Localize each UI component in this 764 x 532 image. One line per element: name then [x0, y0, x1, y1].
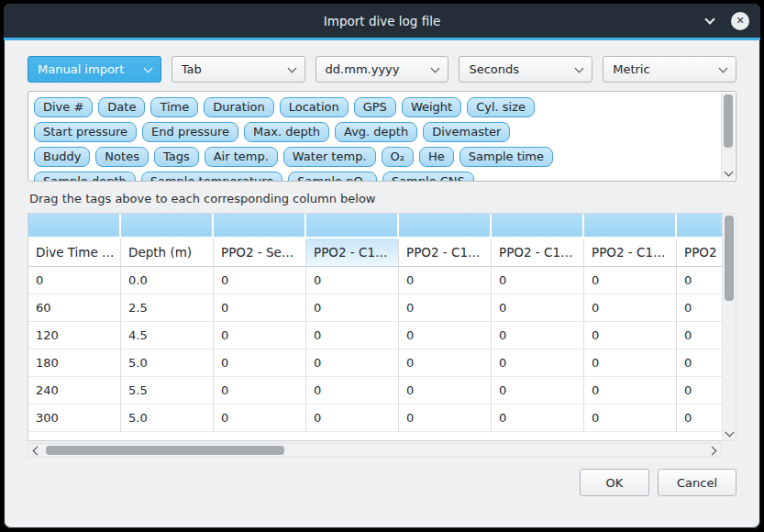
table-cell: 0: [399, 405, 492, 432]
preview-table-area: Dive Time …Depth (m)PPO2 - Se…PPO2 - C1……: [28, 213, 736, 441]
tag-avg-depth[interactable]: Avg. depth: [335, 122, 417, 142]
table-row: 1805.0000000: [28, 349, 722, 377]
duration-format-value: Seconds: [469, 62, 569, 76]
tag-dive[interactable]: Dive #: [34, 97, 93, 117]
scrollbar-thumb[interactable]: [724, 94, 733, 148]
table-cell: 0: [677, 267, 722, 294]
tag-date[interactable]: Date: [98, 97, 145, 117]
import-type-select[interactable]: Manual import: [28, 56, 161, 83]
field-separator-value: Tab: [182, 62, 282, 76]
column-header[interactable]: PPO2: [677, 238, 722, 267]
dialog-buttons: OK Cancel: [28, 469, 736, 496]
table-cell: 0: [677, 405, 722, 432]
tag-sample-time[interactable]: Sample time: [460, 147, 553, 167]
scrollbar-thumb[interactable]: [725, 216, 734, 301]
tag-sample-cns[interactable]: Sample CNS: [382, 172, 474, 183]
column-header[interactable]: Depth (m): [121, 238, 214, 267]
chevron-left-icon: [33, 446, 42, 455]
scroll-down-button[interactable]: [723, 427, 736, 440]
table-row: 602.5000000: [28, 294, 722, 322]
tag-location[interactable]: Location: [280, 97, 349, 117]
cancel-button[interactable]: Cancel: [658, 469, 736, 496]
table-cell: 240: [28, 377, 121, 405]
table-cell: 0: [584, 322, 677, 349]
scroll-left-button[interactable]: [28, 444, 43, 457]
tag-divemaster[interactable]: Divemaster: [423, 122, 510, 142]
drop-target-cell[interactable]: [28, 214, 121, 238]
duration-format-select[interactable]: Seconds: [459, 56, 592, 83]
tag-he[interactable]: He: [419, 147, 454, 167]
drop-target-cell[interactable]: [584, 214, 677, 238]
table-cell: 180: [28, 349, 121, 377]
column-header[interactable]: PPO2 - C1…: [399, 238, 492, 267]
table-cell: 2.5: [121, 294, 214, 322]
scroll-down-button[interactable]: [722, 166, 735, 180]
table-cell: 0: [214, 322, 306, 349]
drop-target-cell[interactable]: [121, 214, 214, 238]
table-cell: 60: [28, 294, 121, 322]
table-cell: 0: [28, 267, 121, 294]
table-cell: 0: [399, 322, 492, 349]
table-cell: 0: [399, 267, 492, 294]
tag-start-pressure[interactable]: Start pressure: [34, 122, 137, 142]
units-select[interactable]: Metric: [603, 56, 736, 83]
drop-target-cell[interactable]: [306, 214, 399, 238]
tag-sample-po[interactable]: Sample pO₂: [288, 172, 377, 183]
column-header[interactable]: PPO2 - C1…: [584, 238, 677, 267]
tag-pool: Dive #DateTimeDurationLocationGPSWeightC…: [28, 91, 736, 182]
tag-o[interactable]: O₂: [382, 147, 414, 167]
tag-air-temp[interactable]: Air temp.: [205, 147, 278, 167]
table-header-row: Dive Time …Depth (m)PPO2 - Se…PPO2 - C1……: [28, 238, 722, 267]
table-cell: 5.5: [121, 377, 214, 405]
table-vertical-scrollbar[interactable]: [722, 213, 736, 441]
dialog-content: Manual import Tab dd.mm.yyyy Seconds Met…: [4, 40, 760, 528]
shade-button[interactable]: [702, 13, 718, 29]
date-format-select[interactable]: dd.mm.yyyy: [316, 56, 449, 83]
scrollbar-track[interactable]: [722, 93, 735, 166]
table-cell: 0: [677, 377, 722, 405]
drop-target-cell[interactable]: [677, 214, 722, 238]
table-cell: 0: [584, 267, 677, 294]
scrollbar-thumb[interactable]: [46, 446, 284, 455]
drop-target-cell[interactable]: [214, 214, 306, 238]
tag-time[interactable]: Time: [150, 97, 198, 117]
tag-pool-scrollbar[interactable]: [721, 93, 735, 180]
ok-button[interactable]: OK: [580, 469, 649, 496]
table-cell: 0: [584, 405, 677, 432]
tag-row: Start pressureEnd pressureMax. depthAvg.…: [31, 119, 717, 144]
column-header[interactable]: PPO2 - C1…: [492, 238, 584, 267]
tag-weight[interactable]: Weight: [402, 97, 461, 117]
table-row: 00.0000000: [28, 267, 722, 294]
tag-buddy[interactable]: Buddy: [34, 147, 90, 167]
tag-cyl-size[interactable]: Cyl. size: [467, 97, 535, 117]
tag-max-depth[interactable]: Max. depth: [244, 122, 329, 142]
table-cell: 0: [214, 405, 306, 432]
tag-sample-temperature[interactable]: Sample temperature: [141, 172, 283, 183]
tag-notes[interactable]: Notes: [95, 147, 149, 167]
drop-target-row: [28, 214, 722, 238]
table-cell: 0: [677, 322, 722, 349]
scrollbar-track[interactable]: [43, 444, 706, 457]
close-button[interactable]: ✕: [731, 12, 749, 30]
chevron-down-icon: [719, 63, 728, 72]
tag-water-temp[interactable]: Water temp.: [283, 147, 376, 167]
drop-target-cell[interactable]: [492, 214, 584, 238]
table-cell: 0: [584, 294, 677, 322]
tag-tags[interactable]: Tags: [154, 147, 199, 167]
column-header[interactable]: PPO2 - Se…: [214, 238, 306, 267]
field-separator-select[interactable]: Tab: [172, 56, 305, 83]
column-header[interactable]: Dive Time …: [28, 238, 121, 267]
tag-end-pressure[interactable]: End pressure: [142, 122, 238, 142]
chevron-down-icon: [431, 63, 440, 72]
tag-gps[interactable]: GPS: [354, 97, 396, 117]
column-header[interactable]: PPO2 - C1…: [306, 238, 399, 267]
table-cell: 0: [492, 267, 584, 294]
tag-list: Dive #DateTimeDurationLocationGPSWeightC…: [31, 94, 717, 182]
scroll-right-button[interactable]: [706, 444, 721, 457]
drop-target-cell[interactable]: [399, 214, 492, 238]
titlebar[interactable]: Import dive log file ✕: [4, 4, 760, 38]
tag-sample-depth[interactable]: Sample depth: [34, 172, 136, 183]
tag-duration[interactable]: Duration: [204, 97, 273, 117]
table-horizontal-scrollbar[interactable]: [28, 443, 722, 458]
scrollbar-track[interactable]: [723, 214, 736, 427]
